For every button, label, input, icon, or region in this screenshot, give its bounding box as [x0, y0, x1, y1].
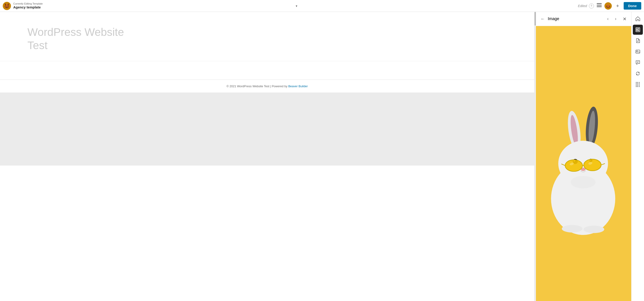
done-button[interactable]: Done — [624, 2, 642, 9]
sync-icon[interactable] — [633, 68, 643, 79]
svg-point-7 — [6, 7, 7, 7]
canvas-gray-area — [0, 92, 534, 166]
svg-rect-43 — [638, 30, 639, 31]
footer-link[interactable]: Beaver Builder — [288, 84, 308, 88]
rabbit-image — [536, 26, 631, 301]
scrollbar-thumb — [534, 12, 536, 25]
svg-point-5 — [6, 6, 6, 6]
add-button[interactable]: + — [614, 2, 622, 9]
svg-rect-46 — [636, 50, 640, 53]
canvas-heading: WordPress Website Test — [28, 25, 507, 52]
svg-rect-9 — [597, 5, 602, 5]
canvas-empty-section — [0, 61, 534, 79]
grid-icon[interactable] — [633, 79, 643, 89]
canvas: WordPress Website Test © 2021 WordPress … — [0, 12, 534, 301]
svg-point-14 — [607, 6, 607, 6]
toolbar: Currently Editing Template Agency templa… — [0, 0, 644, 12]
panel-image-area — [536, 26, 631, 301]
image-panel-icon[interactable] — [633, 47, 643, 57]
outline-icon[interactable] — [597, 3, 602, 8]
editing-subtitle: Currently Editing Template — [13, 2, 294, 5]
rabbit-svg — [536, 26, 631, 301]
panel-back-button[interactable]: ← — [540, 16, 545, 21]
svg-rect-8 — [597, 3, 602, 4]
document-icon[interactable] — [633, 36, 643, 46]
svg-point-15 — [608, 6, 609, 6]
template-name: Agency template — [13, 5, 294, 9]
svg-rect-42 — [638, 28, 639, 29]
dots-grid — [636, 82, 640, 87]
svg-rect-10 — [597, 6, 602, 7]
avatar[interactable] — [604, 2, 612, 9]
panel-title: Image — [548, 16, 603, 21]
svg-point-39 — [571, 176, 596, 188]
help-button[interactable]: ? — [589, 3, 594, 8]
main-area: WordPress Website Test © 2021 WordPress … — [0, 12, 644, 301]
canvas-header: WordPress Website Test — [0, 12, 534, 61]
home-icon[interactable] — [633, 14, 643, 24]
svg-point-38 — [584, 226, 604, 233]
canvas-footer: © 2021 WordPress Website Test | Powered … — [0, 80, 534, 92]
panel-close-button[interactable]: ✕ — [623, 16, 627, 22]
title-area: Currently Editing Template Agency templa… — [13, 2, 294, 9]
svg-rect-41 — [636, 28, 638, 31]
right-sidebar — [631, 12, 644, 301]
panel-header: ← Image ‹ › ✕ — [536, 12, 631, 26]
right-panel: ← Image ‹ › ✕ — [534, 12, 644, 301]
panel-next-button[interactable]: › — [613, 15, 618, 22]
svg-point-6 — [8, 6, 8, 6]
comment-icon[interactable] — [633, 57, 643, 68]
svg-point-37 — [562, 225, 582, 233]
svg-point-13 — [606, 4, 610, 7]
panel-content: ← Image ‹ › ✕ — [536, 12, 631, 301]
logo-icon[interactable] — [3, 2, 11, 10]
template-icon[interactable] — [633, 25, 643, 35]
panel-prev-button[interactable]: ‹ — [606, 15, 610, 22]
svg-rect-40 — [636, 28, 640, 32]
edited-label: Edited — [578, 4, 587, 8]
svg-line-32 — [582, 165, 584, 166]
title-chevron[interactable]: ▾ — [296, 4, 297, 8]
